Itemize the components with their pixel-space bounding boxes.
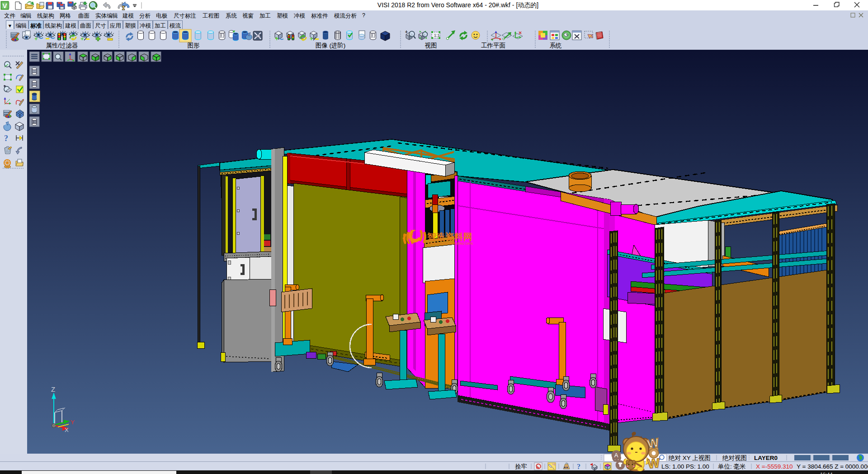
svg-text:Y: Y	[71, 419, 75, 426]
svg-text:属性/过滤器: 属性/过滤器	[46, 42, 78, 49]
svg-text:SMART MANUFACTURING DATA: SMART MANUFACTURING DATA	[428, 242, 473, 245]
svg-text:Z: Z	[51, 385, 55, 393]
svg-text:单位: 毫米: 单位: 毫米	[718, 463, 746, 470]
svg-text:图形: 图形	[188, 42, 200, 49]
svg-text:1:1: 1:1	[434, 33, 440, 38]
svg-text:拴牢: 拴牢	[515, 463, 527, 470]
svg-text:LAYER0: LAYER0	[754, 455, 778, 461]
svg-text:+: +	[310, 35, 313, 42]
svg-text:X =-5559.310: X =-5559.310	[756, 463, 793, 470]
svg-text:视图: 视图	[425, 42, 437, 49]
svg-text:智造资料网: 智造资料网	[427, 232, 472, 242]
svg-text:+: +	[80, 35, 84, 42]
svg-text:?: ?	[577, 463, 580, 470]
svg-text:+: +	[405, 29, 408, 34]
svg-text:+: +	[34, 35, 38, 42]
svg-text:工作平面: 工作平面	[481, 42, 505, 49]
svg-text:W: W	[647, 456, 660, 471]
svg-text:Y = 3804.665 Z = 0000.000: Y = 3804.665 Z = 0000.000	[797, 463, 868, 470]
svg-text:+: +	[275, 35, 278, 42]
svg-text:V: V	[2, 2, 7, 9]
svg-text:A: A	[614, 452, 618, 459]
svg-text:?: ?	[4, 134, 8, 143]
svg-text:系统: 系统	[550, 42, 562, 49]
svg-text:图像 (进阶): 图像 (进阶)	[316, 42, 346, 49]
svg-text:绝对视图: 绝对视图	[722, 455, 747, 461]
svg-text:X: X	[65, 427, 69, 433]
